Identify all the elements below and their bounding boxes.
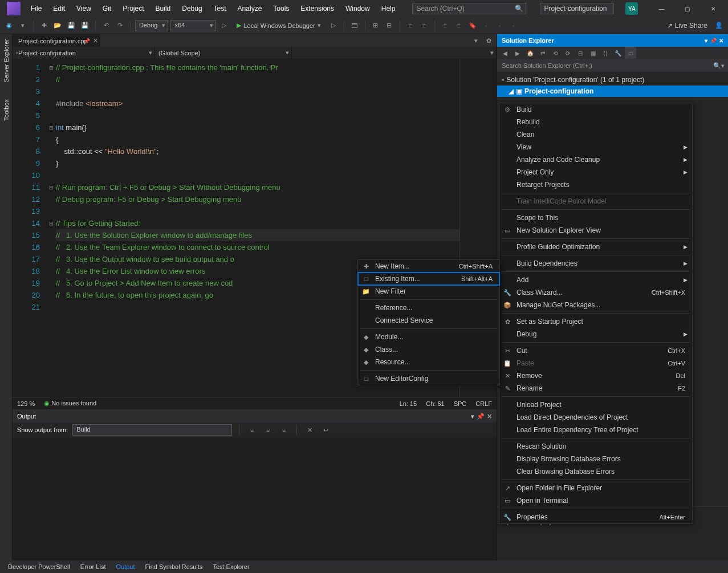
ctx-new-filter[interactable]: 📁New Filter <box>358 285 499 298</box>
maximize-button[interactable]: ▢ <box>674 0 700 17</box>
new-project-button[interactable]: ✚ <box>38 20 50 31</box>
ctx-module-[interactable]: ◆Module... <box>358 331 499 343</box>
back-button[interactable]: ◉ <box>3 20 15 31</box>
sol-switch-icon[interactable]: ⇄ <box>537 47 548 59</box>
bottom-tab-find-symbol-results[interactable]: Find Symbol Results <box>141 562 208 572</box>
ctx-set-as-startup-project[interactable]: ✿Set as Startup Project <box>499 315 692 328</box>
sol-refresh-icon[interactable]: ⟳ <box>562 47 574 59</box>
bottom-tab-output[interactable]: Output <box>111 562 139 572</box>
issues-status[interactable]: ◉ No issues found <box>44 400 96 407</box>
close-button[interactable]: ✕ <box>700 0 726 17</box>
browse-button[interactable]: 🗔 <box>349 20 360 31</box>
bottom-tab-test-explorer[interactable]: Test Explorer <box>208 562 254 572</box>
ctx-load-direct-dependencies-of-project[interactable]: Load Direct Dependencies of Project <box>499 411 692 424</box>
start-debugger-button[interactable]: ▶Local Windows Debugger▾ <box>232 21 325 30</box>
out-tool-3[interactable]: ≡ <box>278 424 290 436</box>
ctx-unload-project[interactable]: Unload Project <box>499 399 692 411</box>
tb-icon-7[interactable]: ▫ <box>481 20 492 31</box>
sol-home-icon[interactable]: 🏠 <box>524 47 536 59</box>
menu-edit[interactable]: Edit <box>47 2 71 15</box>
ctx-rebuild[interactable]: Rebuild <box>499 116 692 128</box>
ctx-build[interactable]: ⚙Build <box>499 103 692 116</box>
ctx-cut[interactable]: ✂CutCtrl+X <box>499 344 692 357</box>
ctx-display-browsing-database-errors[interactable]: Display Browsing Database Errors <box>499 453 692 465</box>
ctx-analyze-and-code-cleanup[interactable]: Analyze and Code Cleanup▶ <box>499 153 692 166</box>
out-tool-1[interactable]: ≡ <box>246 424 258 436</box>
project-node[interactable]: ◢ ▣ Project-configuration <box>497 86 728 97</box>
project-name-box[interactable]: Project-configuration <box>540 3 614 14</box>
line-indicator[interactable]: Ln: 15 <box>400 400 417 407</box>
play-outline-icon[interactable]: ▷ <box>218 20 230 31</box>
ctx-build-dependencies[interactable]: Build Dependencies▶ <box>499 257 692 270</box>
sol-preview-icon[interactable]: ▭ <box>625 47 636 59</box>
nav-method-dropdown[interactable] <box>292 47 497 59</box>
bottom-tab-error-list[interactable]: Error List <box>76 562 111 572</box>
menu-help[interactable]: Help <box>376 2 401 15</box>
sol-dropdown-icon[interactable]: ▾ <box>705 38 707 44</box>
indent-indicator[interactable]: SPC <box>454 400 467 407</box>
sol-code-icon[interactable]: ⟨⟩ <box>600 47 611 59</box>
sol-showall-icon[interactable]: ▦ <box>587 47 599 59</box>
eol-indicator[interactable]: CRLF <box>475 400 492 407</box>
col-indicator[interactable]: Ch: 61 <box>426 400 444 407</box>
nav-scope-dropdown[interactable]: (Global Scope) <box>155 47 292 59</box>
account-icon[interactable]: 👤 <box>713 20 725 31</box>
ctx-open-in-terminal[interactable]: ▭Open in Terminal <box>499 494 692 507</box>
menu-test[interactable]: Test <box>208 2 232 15</box>
output-dropdown-icon[interactable]: ▾ <box>471 413 474 420</box>
pin-icon[interactable]: 📌 <box>84 38 90 44</box>
search-input[interactable]: Search (Ctrl+Q) 🔍 <box>412 3 526 14</box>
menu-tools[interactable]: Tools <box>267 2 295 15</box>
sol-back-icon[interactable]: ◀ <box>499 47 511 59</box>
tb-icon-9[interactable]: ▫ <box>508 20 519 31</box>
ctx-existing-item-[interactable]: □Existing Item...Shift+Alt+A <box>358 273 499 285</box>
ctx-rename[interactable]: ✎RenameF2 <box>499 382 692 395</box>
ctx-debug[interactable]: Debug▶ <box>499 328 692 340</box>
ctx-new-solution-explorer-view[interactable]: ▭New Solution Explorer View <box>499 224 692 237</box>
ctx-profile-guided-optimization[interactable]: Profile Guided Optimization▶ <box>499 241 692 253</box>
show-output-from-dropdown[interactable]: Build <box>72 424 232 436</box>
ctx-add[interactable]: Add▶ <box>499 274 692 286</box>
ctx-project-only[interactable]: Project Only▶ <box>499 166 692 178</box>
tb-icon-8[interactable]: ▫ <box>494 20 506 31</box>
sol-pin-icon[interactable]: 📌 <box>710 38 717 44</box>
play2-icon[interactable]: ▷ <box>328 20 339 31</box>
sol-props-icon[interactable]: 🔧 <box>612 47 624 59</box>
output-close-icon[interactable]: ✕ <box>487 413 492 420</box>
open-button[interactable]: 📂 <box>52 20 63 31</box>
menu-debug[interactable]: Debug <box>176 2 208 15</box>
ctx-manage-nuget-packages-[interactable]: 📦Manage NuGet Packages... <box>499 299 692 311</box>
menu-window[interactable]: Window <box>340 2 376 15</box>
side-tab-toolbox[interactable]: Toolbox <box>3 99 10 121</box>
menu-view[interactable]: View <box>71 2 97 15</box>
uncomment-icon[interactable]: ≡ <box>453 20 465 31</box>
solution-root-node[interactable]: ▫ Solution 'Project-configuration' (1 of… <box>497 74 728 86</box>
menu-analyze[interactable]: Analyze <box>232 2 268 15</box>
side-tab-server-explorer[interactable]: Server Explorer <box>3 39 10 82</box>
sol-sync-icon[interactable]: ⟲ <box>550 47 561 59</box>
ctx-open-folder-in-file-explorer[interactable]: ↗Open Folder in File Explorer <box>499 482 692 494</box>
tab-dropdown-icon[interactable]: ▾ <box>470 35 482 46</box>
comment-icon[interactable]: ≡ <box>440 20 451 31</box>
ctx-new-editorconfig[interactable]: □New EditorConfig <box>358 372 499 385</box>
sol-collapse-icon[interactable]: ⊟ <box>575 47 586 59</box>
ctx-class-[interactable]: ◆Class... <box>358 343 499 356</box>
redo-button[interactable]: ↷ <box>114 20 125 31</box>
ctx-rescan-solution[interactable]: Rescan Solution <box>499 440 692 453</box>
save-all-button[interactable]: 💾 <box>79 20 91 31</box>
menu-build[interactable]: Build <box>150 2 177 15</box>
sol-fwd-icon[interactable]: ▶ <box>512 47 523 59</box>
ctx-new-item-[interactable]: ✚New Item...Ctrl+Shift+A <box>358 260 499 273</box>
minimize-button[interactable]: — <box>649 0 674 17</box>
user-badge[interactable]: YA <box>625 2 638 15</box>
zoom-level[interactable]: 129 % <box>17 400 35 407</box>
tb-icon-2[interactable]: ⊟ <box>384 20 395 31</box>
menu-extensions[interactable]: Extensions <box>295 2 340 15</box>
out-tool-2[interactable]: ≡ <box>262 424 274 436</box>
menu-file[interactable]: File <box>25 2 47 15</box>
tab-settings-icon[interactable]: ✿ <box>483 35 494 46</box>
bottom-tab-developer-powershell[interactable]: Developer PowerShell <box>3 562 75 572</box>
ctx-scope-to-this[interactable]: Scope to This <box>499 212 692 224</box>
ctx-class-wizard-[interactable]: 🔧Class Wizard...Ctrl+Shift+X <box>499 286 692 299</box>
out-wrap-icon[interactable]: ↩ <box>320 424 331 436</box>
